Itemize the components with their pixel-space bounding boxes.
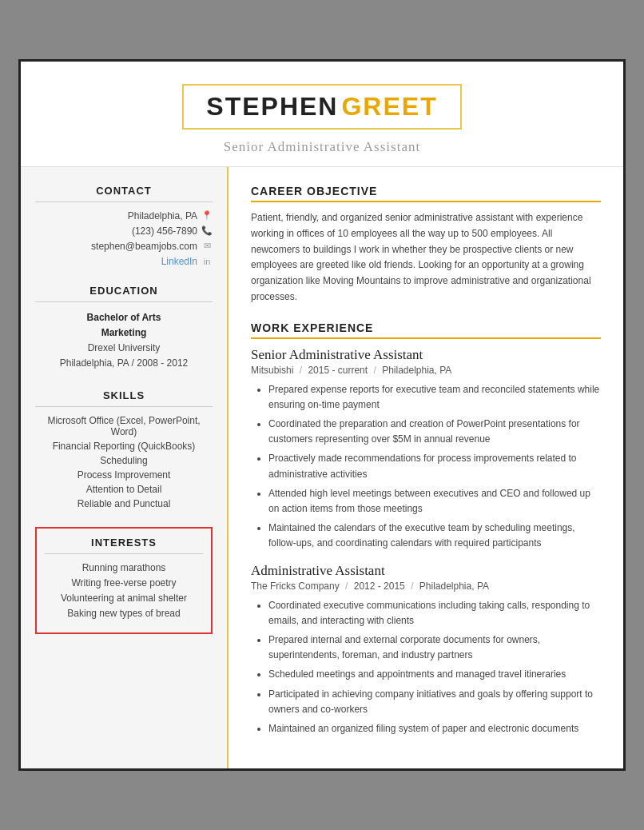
bullet: Coordinated executive communications inc… — [268, 598, 601, 628]
location-icon: 📍 — [201, 210, 213, 221]
job-2-title: Administrative Assistant — [251, 563, 601, 579]
resume-page: STEPHEN GREET Senior Administrative Assi… — [18, 59, 626, 771]
interest-item: Writing free-verse poetry — [45, 577, 203, 589]
education-section: EDUCATION Bachelor of Arts Marketing Dre… — [35, 285, 213, 372]
skill-item: Process Improvement — [35, 469, 213, 481]
skills-section: SKILLS Microsoft Office (Excel, PowerPoi… — [35, 389, 213, 509]
career-section: CAREER OBJECTIVE Patient, friendly, and … — [251, 185, 601, 305]
name-box: STEPHEN GREET — [182, 84, 461, 130]
location-text: Philadelphia, PA — [128, 210, 197, 221]
interests-section: INTERESTS Running marathons Writing free… — [35, 527, 213, 634]
skill-item: Microsoft Office (Excel, PowerPoint, Wor… — [35, 415, 213, 437]
job-1-location: Philadelphia, PA — [382, 365, 451, 376]
sep-icon: / — [300, 365, 302, 376]
bullet: Prepared expense reports for executive t… — [268, 382, 601, 413]
skill-item: Financial Reporting (QuickBooks) — [35, 441, 213, 452]
header: STEPHEN GREET Senior Administrative Assi… — [21, 62, 623, 166]
skills-list: Microsoft Office (Excel, PowerPoint, Wor… — [35, 415, 213, 509]
bullet: Attended high level meetings between exe… — [268, 486, 601, 517]
linkedin-link[interactable]: LinkedIn — [161, 256, 197, 267]
education-block: Bachelor of Arts Marketing Drexel Univer… — [35, 310, 213, 372]
job-2-company: The Fricks Company — [251, 581, 340, 592]
job-2: Administrative Assistant The Fricks Comp… — [251, 563, 601, 737]
interest-item: Volunteering at animal shelter — [45, 593, 203, 604]
contact-email: stephen@beamjobs.com ✉ — [35, 241, 213, 252]
interests-title: INTERESTS — [45, 537, 203, 554]
contact-section: CONTACT Philadelphia, PA 📍 (123) 456-789… — [35, 185, 213, 267]
job-title-header: Senior Administrative Assistant — [37, 139, 607, 155]
bullet: Prepared internal and external corporate… — [268, 632, 601, 663]
body-layout: CONTACT Philadelphia, PA 📍 (123) 456-789… — [21, 166, 623, 768]
skills-title: SKILLS — [35, 389, 213, 407]
interest-item: Running marathons — [45, 562, 203, 573]
job-1-company: Mitsubishi — [251, 365, 293, 376]
bullet: Maintained the calendars of the executiv… — [268, 521, 601, 551]
main-content: CAREER OBJECTIVE Patient, friendly, and … — [229, 167, 623, 768]
bullet: Proactively made recommendations for pro… — [268, 451, 601, 481]
sidebar: CONTACT Philadelphia, PA 📍 (123) 456-789… — [21, 167, 229, 768]
job-1-title: Senior Administrative Assistant — [251, 347, 601, 363]
contact-linkedin[interactable]: LinkedIn in — [35, 256, 213, 267]
bullet: Scheduled meetings and appointments and … — [268, 667, 601, 682]
skill-item: Reliable and Punctual — [35, 498, 213, 509]
work-title: WORK EXPERIENCE — [251, 321, 601, 339]
sep-icon: / — [345, 581, 348, 592]
skill-item: Attention to Detail — [35, 484, 213, 495]
interests-list: Running marathons Writing free-verse poe… — [45, 562, 203, 619]
job-1-period: 2015 - current — [308, 365, 368, 376]
job-1-bullets: Prepared expense reports for executive t… — [251, 382, 601, 552]
career-text: Patient, friendly, and organized senior … — [251, 210, 601, 305]
education-title: EDUCATION — [35, 285, 213, 302]
edu-field: Marketing — [35, 325, 213, 341]
email-text: stephen@beamjobs.com — [91, 241, 197, 252]
bullet: Participated in achieving company initia… — [268, 687, 601, 717]
work-section: WORK EXPERIENCE Senior Administrative As… — [251, 321, 601, 736]
contact-location: Philadelphia, PA 📍 — [35, 210, 213, 221]
bullet: Maintained an organized filing system of… — [268, 721, 601, 736]
first-name: STEPHEN — [206, 92, 338, 121]
linkedin-icon: in — [201, 257, 213, 266]
phone-text: (123) 456-7890 — [132, 225, 197, 237]
bullet: Coordinated the preparation and creation… — [268, 417, 601, 447]
skill-item: Scheduling — [35, 455, 213, 466]
contact-phone: (123) 456-7890 📞 — [35, 225, 213, 237]
job-2-meta: The Fricks Company / 2012 - 2015 / Phila… — [251, 581, 601, 592]
phone-icon: 📞 — [201, 225, 213, 236]
last-name: GREET — [341, 92, 437, 121]
email-icon: ✉ — [201, 241, 213, 251]
job-2-bullets: Coordinated executive communications inc… — [251, 598, 601, 737]
career-title: CAREER OBJECTIVE — [251, 185, 601, 202]
interest-item: Baking new types of bread — [45, 608, 203, 619]
job-1: Senior Administrative Assistant Mitsubis… — [251, 347, 601, 552]
interests-box: INTERESTS Running marathons Writing free… — [35, 527, 213, 634]
sep-icon: / — [411, 581, 413, 592]
edu-degree: Bachelor of Arts — [35, 310, 213, 325]
edu-school: Drexel University — [35, 341, 213, 356]
job-2-period: 2012 - 2015 — [354, 581, 405, 592]
sep-icon: / — [373, 365, 376, 376]
contact-title: CONTACT — [35, 185, 213, 202]
job-1-meta: Mitsubishi / 2015 - current / Philadelph… — [251, 365, 601, 376]
job-2-location: Philadelphia, PA — [419, 581, 489, 592]
edu-location-year: Philadelphia, PA / 2008 - 2012 — [35, 356, 213, 371]
